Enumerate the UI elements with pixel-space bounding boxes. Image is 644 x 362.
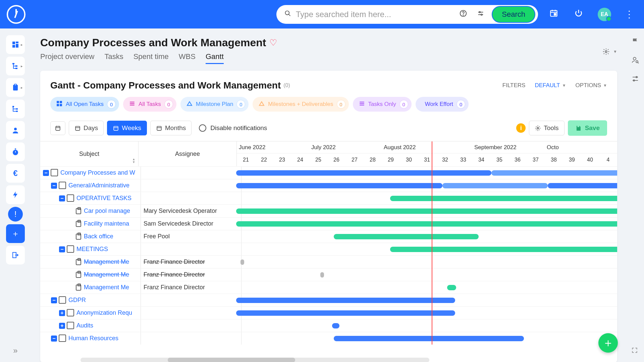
row-subject[interactable]: Management Me	[84, 258, 129, 265]
row-timeline[interactable]	[241, 294, 617, 306]
row-timeline[interactable]	[241, 179, 617, 192]
filter-pill-milestone-plan[interactable]: Milestone Plan0	[180, 97, 249, 112]
gantt-bar[interactable]	[332, 323, 339, 328]
gantt-bar[interactable]	[240, 259, 244, 265]
page-settings-button[interactable]: ▼	[602, 37, 617, 55]
gantt-bar[interactable]	[236, 298, 455, 303]
row-subject[interactable]: GDPR	[68, 297, 86, 304]
save-button[interactable]: Save	[568, 120, 607, 136]
row-toggle[interactable]: −	[51, 297, 57, 303]
horizontal-scrollbar[interactable]	[80, 358, 429, 362]
settings-sliders-icon[interactable]	[631, 75, 639, 85]
disable-notifications-toggle[interactable]: Disable notifications	[199, 124, 267, 132]
gantt-bar[interactable]	[236, 310, 455, 316]
sidebar-tree-icon[interactable]: ▸	[6, 57, 25, 75]
gantt-bar[interactable]	[236, 208, 617, 214]
sidebar-alert-icon[interactable]: !	[8, 207, 23, 222]
search-input[interactable]	[296, 10, 452, 19]
row-toggle[interactable]: −	[51, 183, 57, 189]
filter-pill-all-tasks[interactable]: All Tasks0	[123, 97, 176, 112]
row-toggle[interactable]: −	[51, 336, 57, 342]
sidebar-logout-icon[interactable]	[6, 246, 25, 264]
row-subject[interactable]: General/Administrative	[68, 182, 129, 189]
info-badge-icon[interactable]: i	[516, 123, 526, 133]
row-timeline[interactable]	[241, 167, 617, 179]
gantt-bar[interactable]	[236, 221, 617, 227]
gantt-bar[interactable]	[442, 183, 547, 188]
flag-icon[interactable]	[631, 37, 639, 47]
column-subject-header[interactable]: Subject ▴▾	[40, 141, 139, 166]
gantt-bar[interactable]	[320, 272, 324, 278]
row-subject[interactable]: Management Me	[84, 284, 129, 291]
tab-project-overview[interactable]: Project overview	[40, 52, 94, 64]
row-subject[interactable]: Management Me	[84, 271, 129, 278]
sidebar-clipboard-icon[interactable]: ▸	[6, 78, 25, 97]
gantt-bar[interactable]	[390, 247, 617, 252]
tab-wbs[interactable]: WBS	[179, 52, 196, 64]
row-toggle[interactable]: −	[59, 246, 65, 252]
row-subject[interactable]: Back office	[84, 233, 113, 240]
more-menu-icon[interactable]: ⋮	[621, 9, 637, 20]
row-timeline[interactable]	[241, 268, 617, 281]
row-timeline[interactable]	[241, 230, 617, 243]
date-picker-button[interactable]	[50, 121, 65, 135]
filter-pill-milestones-deliverables[interactable]: Milestones + Deliverables0	[253, 97, 348, 112]
row-toggle[interactable]: +	[59, 323, 65, 329]
row-timeline[interactable]	[241, 243, 617, 255]
filter-sliders-icon[interactable]	[474, 10, 487, 19]
sidebar-euro-icon[interactable]: €	[6, 164, 25, 183]
row-subject[interactable]: Human Resources	[68, 335, 118, 342]
person-search-icon[interactable]	[631, 56, 639, 66]
sidebar-stopwatch-icon[interactable]	[6, 142, 25, 161]
row-timeline[interactable]	[241, 218, 617, 230]
gantt-bar[interactable]	[447, 285, 456, 290]
row-timeline[interactable]	[241, 205, 617, 217]
row-timeline[interactable]	[241, 281, 617, 294]
zoom-weeks-button[interactable]: Weeks	[107, 121, 147, 135]
sidebar-add-icon[interactable]: ＋	[6, 224, 25, 243]
tab-tasks[interactable]: Tasks	[104, 52, 123, 64]
row-subject[interactable]: MEETINGS	[76, 246, 108, 253]
gantt-bar[interactable]	[236, 183, 443, 188]
row-subject[interactable]: Facility maintena	[84, 220, 129, 227]
tab-gantt[interactable]: Gantt	[206, 52, 224, 64]
filter-pill-work-effort[interactable]: Work Effort0	[416, 97, 469, 112]
filters-dropdown[interactable]: DEFAULT▼	[535, 82, 566, 89]
row-subject[interactable]: Company Processes and W	[60, 169, 135, 176]
gantt-bar[interactable]	[334, 336, 524, 341]
row-toggle[interactable]: −	[43, 170, 49, 176]
tools-button[interactable]: Tools	[529, 121, 564, 135]
row-subject[interactable]: Audits	[76, 322, 93, 329]
row-subject[interactable]: OPERATIVE TASKS	[76, 195, 131, 202]
zoom-days-button[interactable]: Days	[69, 121, 104, 135]
power-icon[interactable]	[570, 9, 588, 20]
add-fab-button[interactable]: ＋	[598, 333, 618, 353]
sidebar-dashboard-icon[interactable]: ▸	[6, 35, 25, 54]
options-dropdown[interactable]: OPTIONS▼	[576, 82, 607, 89]
row-timeline[interactable]	[241, 256, 617, 268]
row-toggle[interactable]: +	[59, 310, 65, 316]
search-button[interactable]: Search	[492, 6, 535, 23]
user-avatar[interactable]: EA	[598, 8, 611, 21]
row-timeline[interactable]	[241, 332, 617, 345]
favorite-heart-icon[interactable]: ♡	[269, 38, 277, 48]
tab-spent-time[interactable]: Spent time	[133, 52, 169, 64]
sidebar-hierarchy-icon[interactable]	[6, 100, 25, 118]
gantt-bar[interactable]	[491, 170, 617, 176]
column-assignee-header[interactable]: Assignee	[139, 141, 237, 166]
row-toggle[interactable]: −	[59, 195, 65, 201]
row-subject[interactable]: Car pool manage	[84, 207, 130, 215]
row-timeline[interactable]	[241, 192, 617, 204]
gantt-bar[interactable]	[390, 196, 617, 201]
fullscreen-icon[interactable]	[631, 347, 638, 355]
calendar-icon[interactable]	[545, 9, 563, 20]
row-timeline[interactable]	[241, 319, 617, 332]
sort-icon[interactable]: ▴▾	[133, 158, 135, 164]
gantt-bar[interactable]	[548, 183, 617, 188]
app-logo-icon[interactable]	[7, 5, 25, 24]
sidebar-bolt-icon[interactable]	[6, 185, 25, 204]
sidebar-person-icon[interactable]	[6, 121, 25, 140]
gantt-bar[interactable]	[334, 234, 479, 239]
row-subject[interactable]: Anonymization Requ	[76, 309, 132, 316]
row-timeline[interactable]	[241, 307, 617, 319]
